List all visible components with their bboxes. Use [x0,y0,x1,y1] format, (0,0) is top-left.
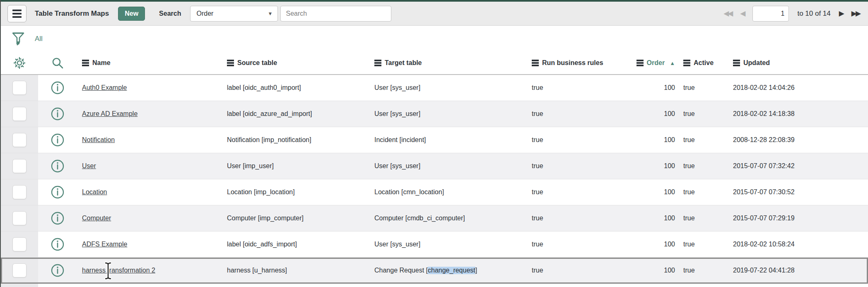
cell-order: 100 [630,110,678,118]
row-info-cell[interactable] [38,212,77,225]
row-checkbox[interactable] [12,159,27,173]
cell-active: true [678,215,728,222]
cell-run-business-rules: true [527,215,630,222]
record-link[interactable]: harness transformation 2 [82,267,155,274]
cell-updated: 2019-07-22 04:41:28 [728,267,868,274]
record-link[interactable]: Azure AD Example [82,110,137,118]
cell-target-table: Computer [cmdb_ci_computer] [369,215,527,222]
cell-order: 100 [630,162,678,170]
info-icon [51,186,64,199]
info-icon [51,133,64,147]
row-checkbox[interactable] [12,211,27,225]
info-icon [51,212,64,225]
last-page-button[interactable]: ▶▶ [851,9,860,18]
cell-active: true [678,136,728,144]
filter-funnel-icon[interactable] [12,31,25,46]
row-info-cell[interactable] [38,238,77,251]
record-link[interactable]: Auth0 Example [82,84,127,92]
selected-text: change_request [428,267,475,274]
sort-ascending-icon: ▲ [670,60,675,66]
column-header-source-table[interactable]: Source table [222,59,369,68]
search-magnifier-icon[interactable] [51,56,64,70]
row-checkbox[interactable] [12,107,27,121]
column-menu-icon[interactable] [733,59,740,68]
cell-order: 100 [630,136,678,144]
row-info-cell[interactable] [38,264,77,277]
record-link[interactable]: Notification [82,136,115,144]
cell-name: Azure AD Example [77,110,222,118]
cell-target-table: Location [cmn_location] [369,188,527,196]
cell-name: ADFS Example [77,241,222,248]
column-menu-icon[interactable] [82,59,89,68]
cell-name: Auth0 Example [77,84,222,92]
row-info-cell[interactable] [38,81,77,94]
column-header-name[interactable]: Name [77,59,222,68]
row-checkbox-cell [1,75,38,101]
record-link[interactable]: Location [82,188,107,196]
column-header-run-business-rules[interactable]: Run business rules [527,59,630,68]
cell-order: 100 [630,84,678,92]
cell-source-table: harness [u_harness] [222,267,369,274]
cell-source-table: Computer [imp_computer] [222,215,369,222]
cell-run-business-rules: true [527,162,630,170]
current-page-input[interactable] [752,6,789,22]
row-checkbox-cell [1,153,38,179]
column-menu-icon[interactable] [637,59,644,68]
filter-breadcrumb-row: All [1,26,868,52]
cell-run-business-rules: true [527,136,630,144]
row-checkbox-cell [1,232,38,257]
cell-active: true [678,188,728,196]
new-record-button[interactable]: New [118,7,145,21]
row-info-cell[interactable] [38,133,77,147]
first-page-button[interactable]: ◀◀ [723,9,732,18]
column-header-order[interactable]: Order ▲ [630,59,678,68]
cell-source-table: User [imp_user] [222,162,369,170]
row-checkbox[interactable] [12,185,27,199]
record-link[interactable]: User [82,162,96,170]
cell-target-table: User [sys_user] [369,241,527,248]
cell-order: 100 [630,188,678,196]
record-link[interactable]: ADFS Example [82,241,127,248]
column-header-updated[interactable]: Updated [728,59,868,68]
cell-run-business-rules: true [527,84,630,92]
column-menu-icon[interactable] [374,59,381,68]
table-transform-maps-list: Table Transform Maps New Search Order ▼ … [0,0,868,287]
cell-order: 100 [630,241,678,248]
row-checkbox[interactable] [12,263,27,277]
cell-name: harness transformation 2 [77,267,222,274]
info-icon [51,159,64,173]
table-row: Azure AD Examplelabel [oidc_azure_ad_imp… [1,101,868,127]
row-info-cell[interactable] [38,159,77,173]
cell-active: true [678,110,728,118]
column-header-active[interactable]: Active [678,59,728,68]
context-menu-button[interactable] [7,5,27,22]
search-field-dropdown[interactable]: Order ▼ [190,6,278,22]
cell-target-table: User [sys_user] [369,110,527,118]
previous-page-button[interactable]: ◀ [740,9,744,18]
column-header-target-table[interactable]: Target table [369,59,527,68]
cell-active: true [678,162,728,170]
next-page-button[interactable]: ▶ [839,9,843,18]
column-menu-icon[interactable] [683,59,690,68]
breadcrumb-all-link[interactable]: All [35,35,43,43]
row-checkbox[interactable] [12,237,27,251]
row-info-cell[interactable] [38,186,77,199]
cell-run-business-rules: true [527,110,630,118]
table-header-row: Name Source table Target table Run busin… [1,52,868,75]
row-info-cell[interactable] [38,107,77,121]
table-row: LocationLocation [imp_location]Location … [1,179,868,205]
row-checkbox[interactable] [12,133,27,147]
info-icon [51,238,64,251]
cell-source-table: Notification [imp_notification] [222,136,369,144]
record-link[interactable]: Computer [82,215,111,222]
cell-order: 100 [630,215,678,222]
column-menu-icon[interactable] [532,59,539,68]
row-checkbox-cell [1,179,38,205]
row-checkbox[interactable] [12,81,27,95]
gear-icon[interactable] [13,56,26,70]
header-gear-cell [1,56,38,70]
search-input[interactable] [280,6,391,22]
cell-name: Notification [77,136,222,144]
column-menu-icon[interactable] [227,59,234,68]
cell-updated: 2015-07-07 07:32:42 [728,162,868,170]
